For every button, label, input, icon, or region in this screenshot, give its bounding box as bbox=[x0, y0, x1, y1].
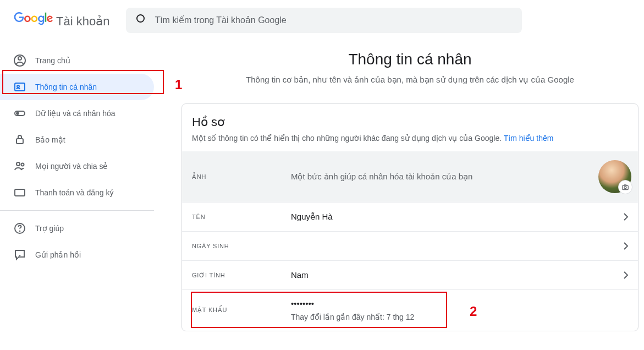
profile-row-name[interactable]: TÊN Nguyễn Hà bbox=[182, 202, 638, 231]
chevron-right-icon bbox=[619, 239, 632, 253]
main-content: Thông tin cá nhân Thông tin cơ bản, như … bbox=[154, 37, 644, 331]
profile-row-birthday[interactable]: NGÀY SINH bbox=[182, 231, 638, 260]
sidebar-item-label: Thanh toán và đăng ký bbox=[35, 188, 113, 197]
sidebar-item-personal-info[interactable]: Thông tin cá nhân bbox=[0, 74, 154, 100]
sidebar-item-label: Trang chủ bbox=[35, 56, 70, 65]
card-icon bbox=[13, 186, 26, 199]
svg-rect-10 bbox=[16, 139, 23, 144]
password-last-changed: Thay đổi lần gần đây nhất: 7 thg 12 bbox=[291, 311, 619, 323]
profile-desc: Một số thông tin có thể hiển thị cho nhữ… bbox=[192, 134, 628, 143]
page-title: Thông tin cá nhân bbox=[181, 51, 639, 68]
row-value: •••••••• Thay đổi lần gần đây nhất: 7 th… bbox=[291, 298, 619, 323]
profile-card: Hồ sơ Một số thông tin có thể hiển thị c… bbox=[181, 103, 639, 331]
chevron-right-icon bbox=[619, 269, 632, 282]
sidebar: Trang chủ Thông tin cá nhân Dữ liệu và c… bbox=[0, 37, 154, 331]
sidebar-item-data-personalization[interactable]: Dữ liệu và cá nhân hóa bbox=[0, 100, 154, 127]
page-subtitle: Thông tin cơ bản, như tên và ảnh của bạn… bbox=[181, 75, 639, 85]
photo-desc: Một bức ảnh giúp cá nhân hóa tài khoản c… bbox=[291, 171, 598, 183]
svg-point-2 bbox=[18, 57, 21, 60]
profile-card-header: Hồ sơ Một số thông tin có thể hiển thị c… bbox=[182, 104, 638, 151]
toggle-icon bbox=[13, 107, 26, 120]
learn-more-link[interactable]: Tìm hiểu thêm bbox=[504, 134, 554, 143]
sidebar-item-label: Gửi phản hồi bbox=[35, 250, 81, 259]
home-icon bbox=[13, 54, 26, 67]
svg-point-0 bbox=[137, 15, 144, 22]
people-icon bbox=[13, 160, 26, 173]
sidebar-item-people-sharing[interactable]: Mọi người và chia sẻ bbox=[0, 153, 154, 179]
sidebar-item-payments[interactable]: Thanh toán và đăng ký bbox=[0, 179, 154, 206]
svg-rect-4 bbox=[15, 83, 25, 91]
svg-point-9 bbox=[16, 112, 19, 115]
profile-heading: Hồ sơ bbox=[192, 115, 628, 129]
camera-icon bbox=[618, 180, 632, 194]
row-label: GIỚI TÍNH bbox=[192, 272, 291, 279]
row-label: NGÀY SINH bbox=[192, 243, 291, 249]
sidebar-item-feedback[interactable]: Gửi phản hồi bbox=[0, 242, 154, 268]
sidebar-item-help[interactable]: Trợ giúp bbox=[0, 215, 154, 242]
sidebar-item-label: Dữ liệu và cá nhân hóa bbox=[35, 109, 115, 118]
password-mask: •••••••• bbox=[291, 298, 619, 310]
svg-point-11 bbox=[16, 162, 20, 166]
app-header: Tài khoản bbox=[0, 0, 644, 37]
sidebar-item-security[interactable]: Bảo mật bbox=[0, 127, 154, 153]
profile-row-password[interactable]: MẬT KHẨU •••••••• Thay đổi lần gần đây n… bbox=[182, 289, 638, 331]
row-label: ẢNH bbox=[192, 173, 291, 181]
sidebar-item-home[interactable]: Trang chủ bbox=[0, 47, 154, 74]
svg-point-12 bbox=[21, 163, 24, 166]
avatar[interactable] bbox=[598, 160, 631, 193]
sidebar-item-label: Bảo mật bbox=[35, 135, 65, 144]
sidebar-item-label: Trợ giúp bbox=[35, 224, 64, 233]
feedback-icon bbox=[13, 248, 26, 261]
row-label: MẬT KHẨU bbox=[192, 307, 291, 314]
svg-point-16 bbox=[19, 231, 20, 232]
svg-rect-13 bbox=[15, 189, 25, 196]
logo[interactable]: Tài khoản bbox=[13, 12, 109, 29]
badge-icon bbox=[13, 80, 26, 94]
row-value: Nam bbox=[291, 269, 619, 282]
profile-row-gender[interactable]: GIỚI TÍNH Nam bbox=[182, 260, 638, 289]
google-logo-icon bbox=[13, 12, 54, 25]
profile-row-photo[interactable]: ẢNH Một bức ảnh giúp cá nhân hóa tài kho… bbox=[182, 151, 638, 202]
row-value: Nguyễn Hà bbox=[291, 211, 619, 223]
lock-icon bbox=[13, 133, 26, 146]
svg-point-18 bbox=[19, 255, 20, 256]
search-input[interactable] bbox=[155, 15, 513, 25]
svg-point-20 bbox=[624, 187, 626, 189]
search-bar[interactable] bbox=[126, 8, 522, 33]
row-label: TÊN bbox=[192, 214, 291, 220]
chevron-right-icon bbox=[619, 210, 632, 223]
svg-point-5 bbox=[17, 85, 19, 88]
logo-account-text: Tài khoản bbox=[56, 14, 109, 29]
sidebar-item-label: Mọi người và chia sẻ bbox=[35, 162, 108, 171]
svg-line-1 bbox=[144, 21, 146, 24]
sidebar-item-label: Thông tin cá nhân bbox=[35, 83, 97, 91]
help-icon bbox=[13, 222, 26, 235]
search-icon bbox=[135, 13, 148, 28]
sidebar-divider bbox=[0, 210, 154, 211]
